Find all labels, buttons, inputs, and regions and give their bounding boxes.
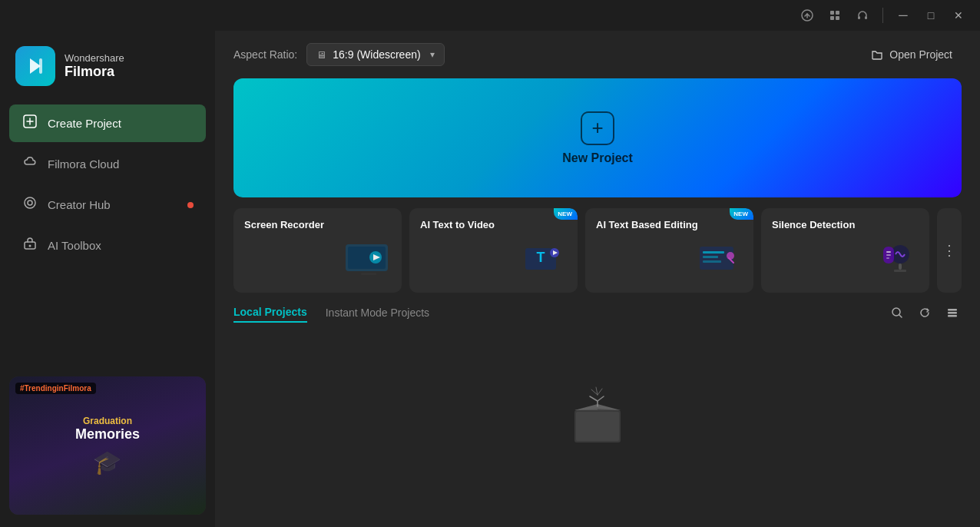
creator-hub-badge — [187, 202, 194, 208]
headphone-icon-btn[interactable] — [850, 3, 875, 28]
sidebar-item-filmora-cloud[interactable]: Filmora Cloud — [9, 145, 206, 183]
creator-hub-icon — [22, 195, 38, 214]
promo-line2: Memories — [75, 426, 140, 442]
ai-text-to-video-label: AI Text to Video — [420, 219, 567, 232]
svg-rect-36 — [886, 254, 891, 256]
search-projects-button[interactable] — [888, 303, 906, 325]
refresh-projects-button[interactable] — [915, 303, 934, 325]
svg-rect-27 — [703, 251, 724, 254]
feature-cards-more-button[interactable]: ⋮ — [937, 208, 962, 293]
sidebar-item-ai-toolbox[interactable]: AI Toolbox — [9, 227, 206, 264]
svg-rect-9 — [39, 58, 42, 74]
svg-point-13 — [25, 197, 35, 208]
projects-header: Local Projects Instant Mode Projects — [233, 303, 962, 325]
svg-rect-5 — [836, 16, 839, 20]
tab-local-projects[interactable]: Local Projects — [233, 306, 307, 323]
new-project-banner[interactable]: + New Project — [233, 78, 962, 197]
open-project-label: Open Project — [889, 48, 952, 61]
upload-icon-btn[interactable] — [795, 3, 819, 28]
svg-point-16 — [29, 245, 31, 247]
aspect-ratio-value: 16:9 (Widescreen) — [333, 48, 420, 61]
ai-text-based-editing-new-badge: NEW — [730, 208, 753, 220]
empty-box-graphic — [559, 380, 636, 449]
ai-text-to-video-new-badge: NEW — [554, 208, 578, 220]
sidebar-item-create-project[interactable]: Create Project — [9, 104, 206, 142]
grid-icon-btn[interactable] — [823, 3, 847, 28]
new-project-plus-icon: + — [581, 111, 614, 145]
promo-line1: Graduation — [75, 416, 140, 426]
feature-cards-row: Screen Recorder NEW AI Text to Video — [215, 197, 980, 303]
create-project-label: Create Project — [48, 117, 121, 130]
promo-tag: #TrendinginFilmora — [15, 383, 96, 394]
titlebar-divider — [882, 8, 883, 23]
monitor-icon: 🖥 — [316, 49, 326, 61]
svg-rect-41 — [948, 312, 957, 314]
projects-tabs: Local Projects Instant Mode Projects — [233, 306, 429, 323]
silence-detection-icon — [869, 233, 923, 287]
sidebar-item-creator-hub[interactable]: Creator Hub — [9, 186, 206, 224]
svg-point-30 — [727, 252, 734, 260]
ai-text-based-editing-label: AI Text Based Editing — [596, 219, 743, 232]
svg-line-39 — [899, 315, 902, 317]
svg-rect-7 — [865, 16, 867, 19]
search-icon — [891, 307, 903, 319]
minimize-button[interactable]: ─ — [891, 3, 915, 28]
svg-rect-4 — [830, 16, 834, 20]
svg-rect-21 — [361, 273, 376, 275]
svg-rect-44 — [576, 412, 619, 441]
ai-toolbox-label: AI Toolbox — [48, 239, 101, 252]
sidebar-promo-card[interactable]: #TrendinginFilmora Graduation Memories 🎓 — [9, 376, 206, 515]
feature-card-ai-text-based-editing[interactable]: NEW AI Text Based Editing — [585, 208, 753, 293]
svg-text:T: T — [537, 250, 545, 265]
content-header: Aspect Ratio: 🖥 16:9 (Widescreen) ▾ Open… — [215, 31, 980, 78]
promo-image: 🎓 — [75, 449, 140, 476]
feature-card-screen-recorder[interactable]: Screen Recorder — [233, 208, 402, 293]
nav-items: Create Project Filmora Cloud — [0, 104, 215, 264]
svg-line-49 — [598, 389, 602, 395]
svg-rect-34 — [894, 270, 906, 272]
feature-card-ai-text-to-video[interactable]: NEW AI Text to Video T — [409, 208, 578, 293]
svg-marker-8 — [30, 58, 41, 74]
aspect-ratio-dropdown[interactable]: 🖥 16:9 (Widescreen) ▾ — [306, 43, 445, 66]
create-project-icon — [22, 114, 38, 133]
ai-text-to-video-icon: T — [518, 233, 571, 287]
projects-section: Local Projects Instant Mode Projects — [215, 303, 980, 527]
svg-rect-40 — [948, 309, 957, 311]
title-bar: ─ □ ✕ — [0, 0, 980, 31]
filmora-cloud-label: Filmora Cloud — [48, 157, 119, 171]
svg-rect-29 — [703, 260, 721, 263]
svg-rect-3 — [836, 11, 839, 15]
tab-instant-mode-projects[interactable]: Instant Mode Projects — [326, 307, 429, 322]
screen-recorder-icon — [342, 233, 396, 287]
svg-rect-37 — [886, 257, 889, 259]
svg-rect-33 — [899, 264, 902, 270]
ai-toolbox-icon — [22, 236, 38, 255]
close-button[interactable]: ✕ — [946, 3, 971, 28]
aspect-ratio-section: Aspect Ratio: 🖥 16:9 (Widescreen) ▾ — [233, 43, 445, 66]
dropdown-chevron-icon: ▾ — [430, 49, 435, 60]
restore-button[interactable]: □ — [919, 3, 943, 28]
logo-text: Wondershare Filmora — [65, 52, 124, 80]
svg-rect-35 — [886, 251, 891, 253]
view-icon — [946, 307, 958, 319]
svg-rect-2 — [830, 11, 834, 15]
view-toggle-button[interactable] — [943, 303, 962, 325]
aspect-ratio-label: Aspect Ratio: — [233, 48, 297, 61]
empty-state — [233, 337, 962, 527]
feature-card-silence-detection[interactable]: Silence Detection — [761, 208, 929, 293]
logo-section: Wondershare Filmora — [0, 31, 215, 104]
sidebar: Wondershare Filmora Create Project — [0, 31, 215, 527]
ai-text-based-editing-icon — [694, 233, 747, 287]
open-project-button[interactable]: Open Project — [862, 44, 962, 65]
svg-rect-6 — [858, 16, 860, 19]
logo-product: Filmora — [65, 64, 124, 80]
new-project-label: New Project — [562, 151, 633, 165]
projects-actions — [888, 303, 962, 325]
folder-icon — [871, 48, 883, 61]
creator-hub-label: Creator Hub — [48, 198, 111, 211]
content-area: Aspect Ratio: 🖥 16:9 (Widescreen) ▾ Open… — [215, 31, 980, 527]
svg-point-14 — [28, 201, 32, 205]
logo-brand: Wondershare — [65, 52, 124, 64]
refresh-icon — [919, 307, 931, 319]
silence-detection-label: Silence Detection — [772, 219, 919, 232]
